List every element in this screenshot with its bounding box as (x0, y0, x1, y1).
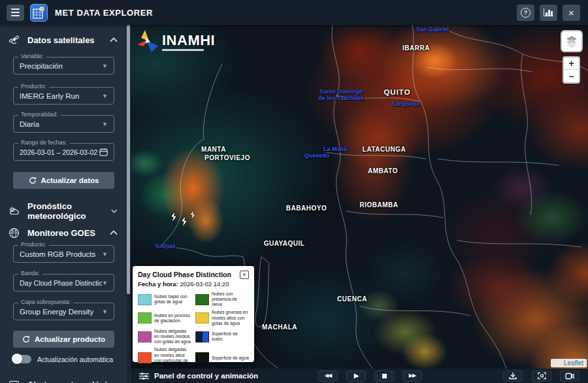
map-label-sangolqui: Sangolquí (391, 101, 420, 107)
legend-item: Nubes delgadas en niveles altos con part… (138, 347, 191, 369)
legend-swatch (138, 331, 152, 342)
play-button[interactable]: ▶ (346, 371, 366, 382)
section-title: Alertas meteorológicas (27, 380, 122, 383)
control-panel-title: Panel de control y animación (154, 372, 258, 380)
date-range-field[interactable]: Rango de fechas: 2026-03-01 – 2026-03-02 (13, 143, 114, 161)
legend-item: Superficie de suelo (195, 329, 249, 344)
legend-swatch (138, 312, 152, 324)
goes-product-select[interactable]: Producto: Custom RGB Products ▼ (13, 245, 114, 263)
legend-title: Day Cloud Phase Distinction (138, 271, 231, 278)
control-panel-bar: Panel de control y animación ◀◀ ▶ ▶▶ (131, 369, 588, 383)
map-label-latacunga: LATACUNGA (363, 146, 406, 153)
goes-band-select[interactable]: Banda: Day Cloud Phase Distinction ▼ (13, 274, 114, 291)
update-product-button[interactable]: Actualizar producto (13, 331, 114, 348)
map-label-san-gabriel: San Gabriel (416, 26, 449, 33)
close-icon: × (242, 271, 246, 278)
layers-control[interactable] (561, 30, 583, 52)
close-button[interactable]: × (563, 5, 580, 21)
sidebar-scrollbar-thumb[interactable] (127, 25, 130, 294)
legend-item: Nubes con presencia de nieve (195, 291, 249, 307)
field-label: Capa sobrepuesta: (18, 299, 73, 305)
zoom-out-button[interactable]: − (564, 70, 579, 82)
legend-swatch (195, 331, 209, 342)
legend-item: Nubes en proceso de glaciación (138, 310, 191, 325)
inamhi-logo-text: INAMHI (162, 33, 215, 48)
record-video-button[interactable] (560, 371, 580, 382)
download-button[interactable] (503, 371, 523, 382)
field-value: Custom RGB Products (20, 250, 95, 258)
flag-icon (554, 361, 561, 366)
refresh-icon (29, 176, 37, 184)
toggle-track (13, 355, 31, 363)
map-label-riobamba: RIOBAMBA (360, 201, 399, 208)
menu-button[interactable] (7, 5, 24, 21)
section-satellite-data[interactable]: Datos satelitales (0, 33, 125, 46)
section-goes-monitoring[interactable]: Monitoreo GOES (0, 226, 125, 239)
app-logo (30, 4, 48, 22)
toggle-thumb (12, 354, 22, 364)
overlay-layer-select[interactable]: Capa sobrepuesta: Group Energy Density ▼ (13, 303, 114, 320)
help-button[interactable]: ? (517, 5, 534, 21)
legend-swatch (195, 294, 209, 305)
auto-update-toggle[interactable]: Actualización automática (13, 355, 113, 363)
button-label: Actualizar producto (35, 335, 105, 343)
legend-panel: Day Cloud Phase Distinction × Fecha y ho… (133, 266, 254, 362)
legend-item: Nubes bajas con gotas de agua (138, 291, 191, 307)
section-title: Pronóstico meteorológico (27, 201, 111, 221)
refresh-icon (22, 335, 30, 343)
map-label-guayaquil: GUAYAQUIL (264, 240, 305, 247)
button-label: Actualizar datos (41, 176, 99, 184)
field-label: Producto: (18, 83, 49, 90)
legend-datetime: Fecha y hora: 2026-03-02 14:20 (138, 280, 249, 288)
field-label: Producto: (18, 241, 49, 248)
play-icon: ▶ (354, 373, 359, 379)
legend-date-value: 2026-03-02 14:20 (180, 280, 229, 288)
chevron-up-icon (110, 230, 118, 235)
map-canvas[interactable]: INAMHI QUITO IBARRA LATACUNGA AMBATO RIO… (131, 25, 588, 369)
statistics-button[interactable] (540, 5, 557, 21)
satellite-icon (8, 35, 20, 46)
inamhi-logo: INAMHI (136, 29, 215, 55)
lightning-icon (179, 216, 189, 227)
toggle-label: Actualización automática (37, 356, 113, 363)
section-weather-alerts[interactable]: Alertas meteorológicas (0, 378, 125, 383)
screenshot-button[interactable] (532, 371, 551, 382)
map-label-manta: MANTA (201, 146, 226, 153)
variable-select[interactable]: Variable: Precipitación ▼ (13, 57, 114, 75)
map-label-ibarra: IBARRA (402, 44, 430, 52)
attribution-link[interactable]: Leaflet (564, 359, 583, 367)
legend-items: Nubes bajas con gotas de agua Nubes con … (138, 291, 249, 369)
map-label-portoviejo: PORTOVIEJO (204, 154, 250, 161)
satellite-grid-icon (33, 7, 45, 19)
legend-swatch (195, 312, 209, 324)
legend-item: Superficie de agua (195, 347, 249, 369)
lightning-icon (188, 210, 197, 220)
section-weather-forecast[interactable]: Pronóstico meteorológico (0, 205, 125, 218)
legend-item: Nubes gruesas en niveles altos con gotas… (195, 310, 249, 325)
zoom-in-button[interactable]: + (564, 58, 579, 70)
stop-icon (382, 374, 387, 378)
chevron-down-icon (111, 208, 118, 214)
field-value: 2026-03-01 – 2026-03-02 (20, 148, 97, 156)
temporality-select[interactable]: Temporalidad: Diaria ▼ (13, 115, 114, 133)
zoom-control: + − (563, 56, 580, 84)
dropdown-caret-icon: ▼ (102, 251, 108, 258)
legend-close-button[interactable]: × (240, 271, 249, 279)
product-select[interactable]: Producto: IMERG Early Run ▼ (13, 87, 114, 105)
map-label-cuenca: CUENCA (337, 295, 367, 303)
legend-swatch (138, 352, 152, 363)
stop-button[interactable] (374, 371, 394, 382)
rewind-icon: ◀◀ (325, 373, 331, 378)
update-data-button[interactable]: Actualizar datos (13, 172, 114, 189)
map-label-salinas: Salinas (155, 242, 176, 249)
download-icon (509, 372, 517, 380)
fast-forward-button[interactable]: ▶▶ (402, 371, 422, 382)
sidebar: Datos satelitales Variable: Precipitació… (0, 25, 131, 383)
help-icon: ? (521, 8, 531, 18)
rewind-button[interactable]: ◀◀ (318, 371, 338, 382)
map-label-babahoyo: BABAHOYO (286, 205, 327, 212)
map-label-quito: QUITO (384, 88, 410, 96)
globe-icon (8, 227, 20, 239)
video-camera-icon (565, 373, 574, 380)
legend-swatch (138, 294, 152, 305)
